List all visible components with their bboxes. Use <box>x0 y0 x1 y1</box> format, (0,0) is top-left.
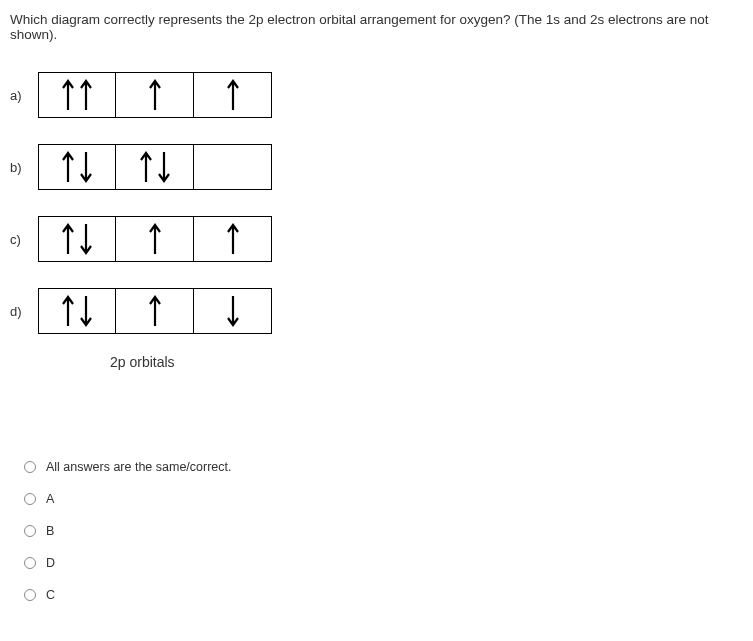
orbital-box <box>38 216 116 262</box>
orbital-boxes <box>38 288 272 334</box>
arrow-up-icon <box>61 222 75 256</box>
radio-icon <box>24 493 36 505</box>
orbital-box <box>194 288 272 334</box>
orbital-box <box>38 288 116 334</box>
option-label: A <box>46 492 54 506</box>
orbital-boxes <box>38 144 272 190</box>
option-label: D <box>46 556 55 570</box>
question-text: Which diagram correctly represents the 2… <box>10 12 743 42</box>
arrow-up-icon <box>148 78 162 112</box>
arrow-up-icon <box>226 222 240 256</box>
orbital-boxes <box>38 72 272 118</box>
diagram-label-c: c) <box>10 232 38 247</box>
orbital-box <box>116 144 194 190</box>
arrow-up-icon <box>148 222 162 256</box>
orbital-boxes <box>38 216 272 262</box>
arrow-up-icon <box>61 78 75 112</box>
orbital-box <box>38 144 116 190</box>
arrow-down-icon <box>79 150 93 184</box>
answer-list: All answers are the same/correct. A B D … <box>24 460 743 602</box>
option-b[interactable]: B <box>24 524 743 538</box>
option-label: C <box>46 588 55 602</box>
option-label: B <box>46 524 54 538</box>
arrow-up-icon <box>139 150 153 184</box>
arrow-up-icon <box>79 78 93 112</box>
diagram-label-b: b) <box>10 160 38 175</box>
arrow-down-icon <box>79 294 93 328</box>
radio-icon <box>24 525 36 537</box>
orbital-box <box>38 72 116 118</box>
radio-icon <box>24 557 36 569</box>
arrow-up-icon <box>148 294 162 328</box>
option-a[interactable]: A <box>24 492 743 506</box>
diagram-c: c) <box>10 216 743 262</box>
diagram-a: a) <box>10 72 743 118</box>
arrow-up-icon <box>61 294 75 328</box>
diagram-d: d) <box>10 288 743 334</box>
option-label: All answers are the same/correct. <box>46 460 232 474</box>
arrow-up-icon <box>226 78 240 112</box>
arrow-down-icon <box>79 222 93 256</box>
arrow-down-icon <box>157 150 171 184</box>
orbital-box <box>194 144 272 190</box>
diagram-label-d: d) <box>10 304 38 319</box>
orbital-box <box>194 216 272 262</box>
arrow-up-icon <box>61 150 75 184</box>
diagram-b: b) <box>10 144 743 190</box>
orbital-box <box>194 72 272 118</box>
orbital-box <box>116 72 194 118</box>
orbitals-caption: 2p orbitals <box>110 354 743 370</box>
orbital-box <box>116 288 194 334</box>
radio-icon <box>24 589 36 601</box>
option-d[interactable]: D <box>24 556 743 570</box>
radio-icon <box>24 461 36 473</box>
orbital-box <box>116 216 194 262</box>
option-c[interactable]: C <box>24 588 743 602</box>
option-all[interactable]: All answers are the same/correct. <box>24 460 743 474</box>
diagram-label-a: a) <box>10 88 38 103</box>
arrow-down-icon <box>226 294 240 328</box>
